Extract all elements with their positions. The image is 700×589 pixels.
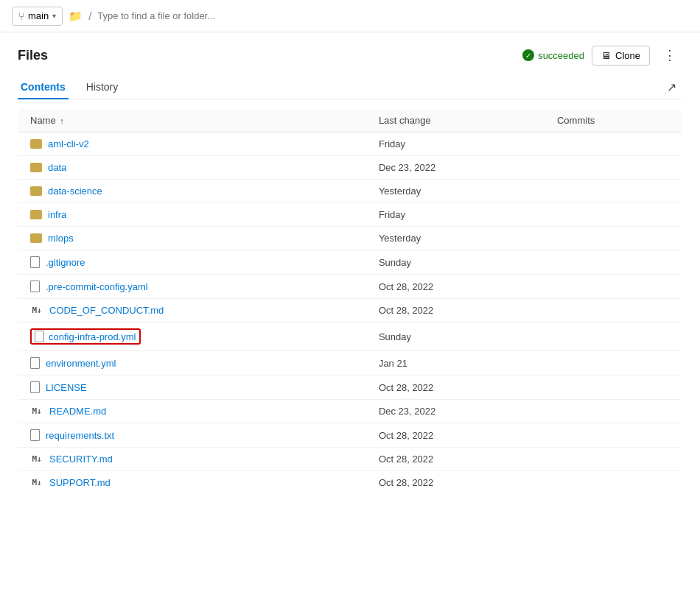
file-name[interactable]: data [48,162,66,173]
page-content: Files ✓ succeeded 🖥 Clone ⋮ Contents His… [0,32,700,512]
file-name[interactable]: SECURITY.md [49,454,113,465]
file-name[interactable]: SUPPORT.md [49,477,111,488]
table-header-row: Name ↑ Last change Commits [18,109,682,133]
file-icon [35,331,44,342]
branch-selector[interactable]: ⑂ main ▾ [12,7,63,26]
last-change-cell: Yesterday [367,180,545,203]
last-change-cell: Oct 28, 2022 [367,375,545,400]
clone-icon: 🖥 [601,50,611,61]
header-actions: ✓ succeeded 🖥 Clone ⋮ [522,44,682,66]
table-row: M↓ README.md Dec 23, 2022 [18,400,682,423]
file-name-cell: LICENSE [30,381,355,393]
last-change-cell: Friday [367,133,545,156]
markdown-icon: M↓ [30,478,43,487]
clone-button[interactable]: 🖥 Clone [592,46,650,66]
branch-icon: ⑂ [18,10,24,22]
top-bar: ⑂ main ▾ 📁 / [0,0,700,32]
commits-cell [545,227,682,250]
highlighted-file-name[interactable]: config-infra-prod.yml [30,328,141,345]
folder-icon [30,163,42,172]
file-icon [30,281,40,292]
commits-cell [545,203,682,227]
file-name[interactable]: .pre-commit-config.yaml [46,281,148,292]
table-row: M↓ SUPPORT.md Oct 28, 2022 [18,471,682,495]
file-name-cell: M↓ SUPPORT.md [30,477,355,488]
name-cell: M↓ CODE_OF_CONDUCT.md [18,299,367,322]
file-search-input[interactable] [97,10,688,21]
tab-history[interactable]: History [83,75,122,99]
file-name[interactable]: mlops [48,233,74,244]
file-name[interactable]: LICENSE [46,382,87,393]
table-row: .gitignore Sunday [18,250,682,275]
last-change-cell: Oct 28, 2022 [367,299,545,322]
file-name[interactable]: .gitignore [46,257,85,268]
commits-cell [545,180,682,203]
name-cell: .pre-commit-config.yaml [18,275,367,299]
file-name-cell: data [30,162,355,173]
tabs-bar: Contents History ↗ [18,75,682,99]
last-change-cell: Dec 23, 2022 [367,400,545,423]
name-cell: LICENSE [18,375,367,400]
file-name-cell: mlops [30,233,355,244]
last-change-cell: Sunday [367,322,545,351]
commits-cell [545,156,682,180]
more-options-button[interactable]: ⋮ [657,44,682,66]
more-icon: ⋮ [663,48,676,63]
file-name-cell: .pre-commit-config.yaml [30,281,355,292]
file-name[interactable]: data-science [48,186,102,197]
file-table: Name ↑ Last change Commits aml-cli-v2 Fr… [18,108,682,495]
name-cell: data-science [18,180,367,203]
table-row: data-science Yesterday [18,180,682,203]
file-name[interactable]: aml-cli-v2 [48,138,89,149]
file-name[interactable]: config-infra-prod.yml [49,331,136,342]
table-row: M↓ CODE_OF_CONDUCT.md Oct 28, 2022 [18,299,682,322]
last-change-cell: Oct 28, 2022 [367,423,545,448]
expand-button[interactable]: ↗ [661,77,682,97]
file-name[interactable]: README.md [49,406,106,417]
file-name-cell: environment.yml [30,357,355,369]
markdown-icon: M↓ [30,306,43,315]
commits-cell [545,400,682,423]
file-name[interactable]: requirements.txt [46,430,114,441]
folder-icon [30,186,42,196]
last-change-cell: Friday [367,203,545,227]
column-commits: Commits [545,109,682,133]
chevron-down-icon: ▾ [52,12,56,20]
markdown-icon: M↓ [30,454,43,464]
file-icon [30,357,40,369]
file-name-cell: requirements.txt [30,429,355,441]
sort-icon: ↑ [60,116,64,125]
table-row: .pre-commit-config.yaml Oct 28, 2022 [18,275,682,299]
clone-label: Clone [615,50,640,61]
last-change-cell: Oct 28, 2022 [367,448,545,471]
file-icon [30,429,40,441]
name-cell: M↓ SUPPORT.md [18,471,367,495]
table-row: requirements.txt Oct 28, 2022 [18,423,682,448]
table-row: config-infra-prod.yml Sunday [18,322,682,351]
expand-icon: ↗ [667,81,676,94]
name-cell: infra [18,203,367,227]
status-badge: ✓ succeeded [522,49,584,61]
file-name[interactable]: environment.yml [46,358,116,369]
page-title: Files [18,48,48,63]
commits-cell [545,351,682,375]
page-header: Files ✓ succeeded 🖥 Clone ⋮ [18,44,682,66]
commits-cell [545,133,682,156]
name-cell: config-infra-prod.yml [18,322,367,351]
commits-cell [545,448,682,471]
last-change-cell: Sunday [367,250,545,275]
name-cell: aml-cli-v2 [18,133,367,156]
commits-cell [545,250,682,275]
name-cell: mlops [18,227,367,250]
name-cell: data [18,156,367,180]
success-icon: ✓ [522,49,534,61]
commits-cell [545,275,682,299]
file-name[interactable]: CODE_OF_CONDUCT.md [49,305,164,316]
table-row: data Dec 23, 2022 [18,156,682,180]
file-icon [30,381,40,393]
commits-cell [545,471,682,495]
table-row: environment.yml Jan 21 [18,351,682,375]
file-name-cell: M↓ SECURITY.md [30,454,355,465]
file-name[interactable]: infra [48,209,66,220]
tab-contents[interactable]: Contents [18,75,69,99]
